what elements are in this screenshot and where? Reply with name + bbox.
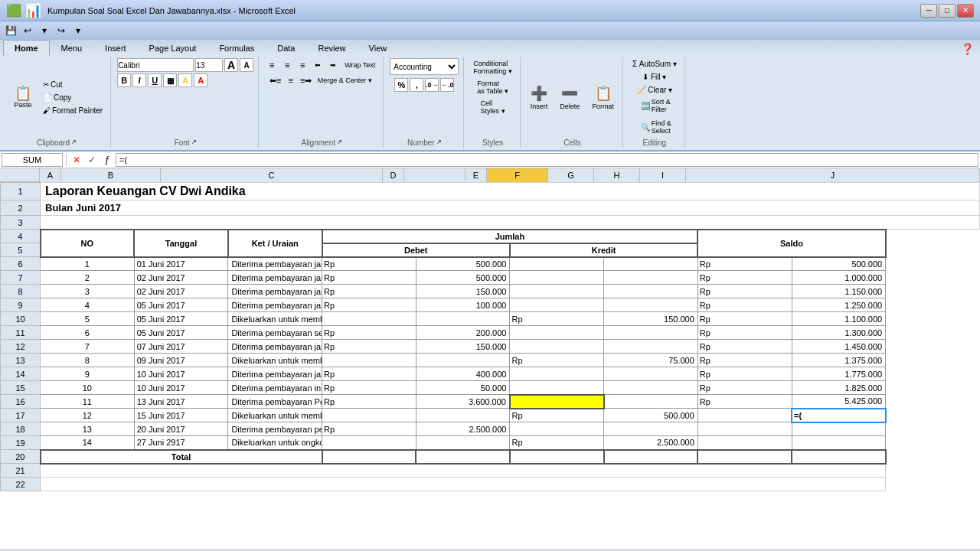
- increase-decimal-button[interactable]: .0→: [425, 78, 439, 92]
- cell-drp-1[interactable]: Rp: [322, 257, 416, 271]
- cell-dv-11[interactable]: 3.600.000: [416, 395, 510, 409]
- clipboard-expand-icon[interactable]: ↗: [71, 139, 77, 145]
- format-painter-button[interactable]: 🖌 Format Painter: [40, 105, 106, 116]
- cell-ket-7[interactable]: Diterima pembayaran jasa service kulsas: [228, 340, 322, 354]
- cell-drp-6[interactable]: Rp: [322, 326, 416, 340]
- cell-drp-2[interactable]: Rp: [322, 271, 416, 285]
- cell-no-7[interactable]: 7: [41, 340, 135, 354]
- cell-srp-1[interactable]: Rp: [697, 257, 792, 271]
- col-header-i[interactable]: I: [640, 168, 686, 182]
- row-header-7[interactable]: 7: [1, 271, 41, 285]
- delete-button[interactable]: ➖ Delete: [556, 83, 583, 112]
- cell-drp-13[interactable]: Rp: [322, 422, 416, 436]
- cell-srp-11[interactable]: Rp: [697, 395, 792, 409]
- cell-dv-10[interactable]: 50.000: [416, 381, 510, 395]
- cell-no-10[interactable]: 10: [41, 381, 135, 395]
- row-header-10[interactable]: 10: [1, 312, 41, 326]
- cell-sv-2[interactable]: 1.000.000: [792, 271, 886, 285]
- total-srp[interactable]: [697, 450, 792, 464]
- fill-color-button[interactable]: A: [178, 73, 192, 87]
- cell-kv-8[interactable]: 75.000: [604, 354, 698, 367]
- number-format-select[interactable]: Accounting General Number Currency Perce…: [390, 58, 459, 75]
- cell-ket-1[interactable]: Diterima pembayaran jasa service AC: [228, 257, 322, 271]
- window-controls[interactable]: ─ □ ✕: [920, 4, 974, 18]
- col-header-c[interactable]: C: [161, 168, 383, 182]
- header-debet[interactable]: Debet: [322, 243, 510, 257]
- cell-kv-2[interactable]: [604, 271, 698, 285]
- total-label[interactable]: Total: [41, 450, 322, 464]
- row-header-17[interactable]: 17: [1, 409, 41, 422]
- autosum-button[interactable]: Σ AutoSum ▾: [629, 58, 680, 70]
- cell-drp-3[interactable]: Rp: [322, 285, 416, 298]
- cell-srp-9[interactable]: Rp: [697, 367, 792, 381]
- col-header-d1[interactable]: D: [383, 168, 404, 182]
- cell-dv-2[interactable]: 500.000: [416, 271, 510, 285]
- empty-cell-22[interactable]: [41, 478, 886, 491]
- col-header-g[interactable]: G: [548, 168, 594, 182]
- cell-ket-2[interactable]: Diterima pembayaran jasa service AC: [228, 271, 322, 285]
- row-header-22[interactable]: 22: [1, 478, 41, 491]
- cell-tanggal-11[interactable]: 13 Juni 2017: [134, 395, 228, 409]
- cell-sv-8[interactable]: 1.375.000: [792, 354, 886, 367]
- undo-button[interactable]: ↩: [20, 24, 35, 37]
- font-expand-icon[interactable]: ↗: [191, 139, 197, 145]
- cell-no-5[interactable]: 5: [41, 312, 135, 326]
- total-sv[interactable]: [792, 450, 886, 464]
- bold-button[interactable]: B: [117, 73, 131, 87]
- row-header-21[interactable]: 21: [1, 464, 41, 478]
- help-icon[interactable]: ❓: [961, 43, 974, 55]
- total-krp[interactable]: [510, 450, 604, 464]
- cell-tanggal-6[interactable]: 05 Juni 2017: [134, 326, 228, 340]
- increase-font-button[interactable]: A: [224, 58, 238, 72]
- cell-krp-4[interactable]: [510, 298, 604, 312]
- cell-ket-6[interactable]: Diterima pembayaran service AC: [228, 326, 322, 340]
- cell-krp-8[interactable]: Rp: [510, 354, 604, 367]
- cell-dv-3[interactable]: 150.000: [416, 285, 510, 298]
- cell-srp-12[interactable]: [697, 409, 792, 422]
- cell-tanggal-10[interactable]: 10 Juni 2017: [134, 381, 228, 395]
- tab-formulas[interactable]: Formulas: [207, 40, 266, 56]
- tab-insert[interactable]: Insert: [93, 40, 138, 56]
- decrease-decimal-button[interactable]: ←.0: [440, 78, 454, 92]
- maximize-button[interactable]: □: [939, 4, 956, 18]
- tab-home[interactable]: Home: [3, 40, 50, 56]
- underline-button[interactable]: U: [148, 73, 162, 87]
- cell-krp-3[interactable]: [510, 285, 604, 298]
- wrap-text-button[interactable]: Wrap Text: [341, 60, 378, 70]
- tab-review[interactable]: Review: [306, 40, 357, 56]
- tab-page-layout[interactable]: Page Layout: [138, 40, 208, 56]
- cell-no-6[interactable]: 6: [41, 326, 135, 340]
- merge-center-button[interactable]: Merge & Center ▾: [315, 75, 375, 86]
- cell-srp-5[interactable]: Rp: [697, 312, 792, 326]
- spreadsheet-title[interactable]: Laporan Keuangan CV Dwi Andika: [41, 183, 980, 201]
- insert-function-button[interactable]: ƒ: [100, 153, 114, 167]
- insert-button[interactable]: ➕ Insert: [527, 83, 552, 112]
- cell-kv-10[interactable]: [604, 381, 698, 395]
- formula-input[interactable]: [116, 153, 978, 167]
- cell-krp-2[interactable]: [510, 271, 604, 285]
- cell-drp-9[interactable]: Rp: [322, 367, 416, 381]
- save-button[interactable]: 💾: [3, 24, 18, 37]
- cell-sv-5[interactable]: 1.100.000: [792, 312, 886, 326]
- cell-kv-12[interactable]: 500.000: [604, 409, 698, 422]
- tab-data[interactable]: Data: [266, 40, 306, 56]
- cell-ket-14[interactable]: Dikeluarkan untuk ongkos karyawan: [228, 436, 322, 450]
- cell-srp-13[interactable]: [697, 422, 792, 436]
- row-header-3[interactable]: 3: [1, 216, 41, 230]
- cell-tanggal-9[interactable]: 10 Juni 2017: [134, 367, 228, 381]
- cell-ket-9[interactable]: Diterima pembayaran jasa service kompute…: [228, 367, 322, 381]
- confirm-formula-button[interactable]: ✓: [85, 153, 99, 167]
- name-box[interactable]: [2, 153, 63, 167]
- align-top-center-button[interactable]: ≡: [280, 58, 294, 72]
- cell-kv-9[interactable]: [604, 367, 698, 381]
- cell-drp-5[interactable]: [322, 312, 416, 326]
- cell-ket-3[interactable]: Diterima pembayaran jasa service kulkas: [228, 285, 322, 298]
- cell-dv-6[interactable]: 200.000: [416, 326, 510, 340]
- empty-cell-3[interactable]: [41, 216, 980, 230]
- cell-srp-2[interactable]: Rp: [697, 271, 792, 285]
- italic-button[interactable]: I: [132, 73, 146, 87]
- col-header-a[interactable]: A: [40, 168, 61, 182]
- cell-dv-8[interactable]: [416, 354, 510, 367]
- align-top-right-button[interactable]: ≡: [296, 58, 309, 72]
- cell-tanggal-3[interactable]: 02 Juni 2017: [134, 285, 228, 298]
